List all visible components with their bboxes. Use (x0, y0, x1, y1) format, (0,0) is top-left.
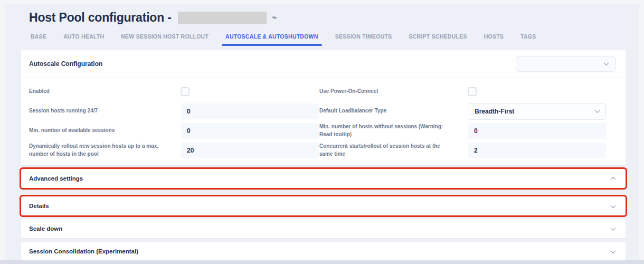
page-title: Host Pool configuration - (29, 11, 172, 25)
app-window: Host Pool configuration - ✒ BASE AUTO HE… (5, 4, 639, 260)
form-row: Enabled Use Power-On-Connect (21, 82, 626, 101)
tab-session-timeouts[interactable]: SESSION TIMEOUTS (334, 33, 394, 40)
tab-base[interactable]: BASE (29, 33, 48, 40)
autoscale-form: Enabled Use Power-On-Connect Session hos… (21, 78, 626, 165)
min-hosts-without-sessions-label: Min. number of hosts without sessions (W… (319, 123, 468, 138)
autoscale-template-select[interactable] (516, 56, 616, 72)
power-on-connect-checkbox[interactable] (468, 87, 477, 96)
session-hosts-24-7-label: Session hosts running 24/7 (29, 107, 181, 115)
card-header: Autoscale Configuration (21, 50, 626, 78)
panel-details[interactable]: Details (21, 196, 626, 215)
panel-advanced-settings[interactable]: Advanced settings (21, 169, 626, 188)
autoscale-configuration-card: Autoscale Configuration Enabled Use Powe… (21, 50, 626, 165)
pen-icon[interactable]: ✒ (271, 13, 278, 22)
loadbalancer-type-select[interactable]: Breadth-First (468, 103, 606, 120)
chevron-down-icon[interactable] (611, 225, 616, 231)
panel-scale-down-title: Scale down (29, 225, 62, 232)
power-on-connect-label: Use Power-On-Connect (319, 88, 468, 96)
tab-auto-health[interactable]: AUTO HEALTH (62, 33, 106, 40)
chevron-down-icon[interactable] (611, 248, 616, 253)
session-hosts-24-7-input[interactable] (181, 103, 319, 119)
page-header: Host Pool configuration - ✒ (29, 11, 639, 25)
concurrent-starts-input[interactable] (468, 143, 606, 158)
form-row: Min. number of available sessions Min. n… (21, 121, 626, 140)
chevron-down-icon (595, 108, 600, 113)
max-hosts-rollout-label: Dynamically rollout new session hosts up… (29, 143, 181, 158)
enabled-label: Enabled (29, 88, 181, 96)
form-row: Session hosts running 24/7 Default Loadb… (21, 101, 626, 121)
window-bottom-edge (0, 260, 644, 264)
tab-hosts[interactable]: HOSTS (482, 33, 505, 40)
min-available-sessions-label: Min. number of available sessions (29, 127, 181, 135)
panel-advanced-settings-title: Advanced settings (29, 175, 83, 182)
redacted-hostpool-name (178, 12, 267, 24)
tab-new-session-host-rollout[interactable]: NEW SESSION HOST ROLLOUT (119, 33, 210, 40)
chevron-up-icon[interactable] (611, 176, 616, 182)
loadbalancer-type-label: Default Loadbalancer Type (319, 107, 468, 115)
tab-autoscale-autoshutdown[interactable]: AUTOSCALE & AUTOSHUTDOWN (224, 33, 320, 40)
min-hosts-without-sessions-input[interactable] (468, 123, 606, 139)
panel-session-consolidation-title: Session Consolidation (Experimental) (29, 248, 138, 254)
tab-script-schedules[interactable]: SCRIPT SCHEDULES (407, 33, 468, 40)
concurrent-starts-label: Concurrent starts/rollout of session hos… (319, 143, 468, 158)
panel-details-title: Details (29, 203, 49, 209)
panel-session-consolidation[interactable]: Session Consolidation (Experimental) (21, 242, 626, 260)
loadbalancer-type-value: Breadth-First (475, 108, 514, 115)
card-title: Autoscale Configuration (29, 60, 102, 68)
min-available-sessions-input[interactable] (181, 123, 319, 139)
chevron-down-icon[interactable] (611, 203, 616, 208)
max-hosts-rollout-input[interactable] (181, 143, 319, 158)
tab-tags[interactable]: TAGS (519, 33, 537, 40)
form-row: Dynamically rollout new session hosts up… (21, 140, 626, 160)
panel-scale-down[interactable]: Scale down (21, 219, 626, 238)
enabled-checkbox[interactable] (181, 87, 190, 96)
tab-bar: BASE AUTO HEALTH NEW SESSION HOST ROLLOU… (29, 33, 639, 46)
chevron-down-icon (604, 60, 609, 65)
